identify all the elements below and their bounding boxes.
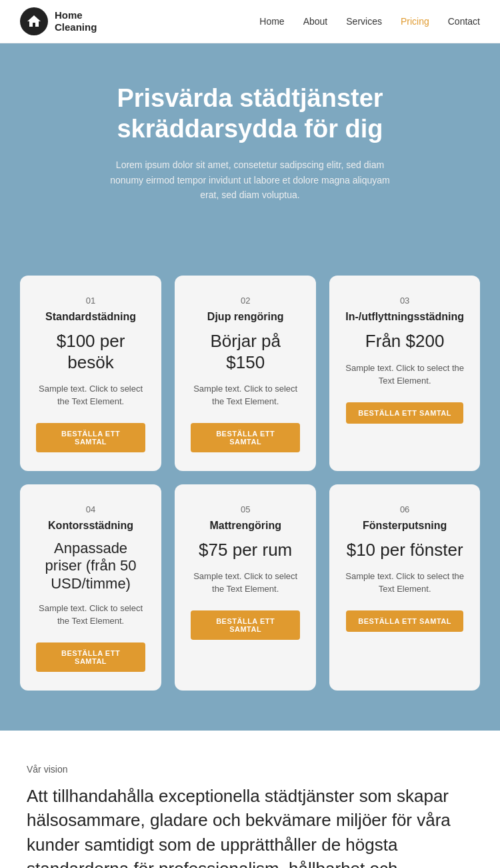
book-button[interactable]: BESTÄLLA ETT SAMTAL xyxy=(191,610,300,640)
pricing-card-3: 03 In-/utflyttningsstädning Från $200 Sa… xyxy=(329,276,480,470)
nav-about[interactable]: About xyxy=(303,16,328,27)
card-title: In-/utflyttningsstädning xyxy=(345,311,464,323)
card-number: 04 xyxy=(86,504,95,514)
nav-home[interactable]: Home xyxy=(259,16,284,27)
hero-section: Prisvärda städtjänster skräddarsydda för… xyxy=(0,43,500,256)
card-title: Fönsterputsning xyxy=(363,520,447,532)
vision-section: Vår vision Att tillhandahålla exceptione… xyxy=(0,731,500,868)
card-desc: Sample text. Click to select the Text El… xyxy=(191,570,300,596)
card-title: Standardstädning xyxy=(45,311,136,323)
nav-contact[interactable]: Contact xyxy=(448,16,480,27)
card-number: 03 xyxy=(400,296,409,306)
card-desc: Sample text. Click to select the Text El… xyxy=(36,602,145,628)
card-desc: Sample text. Click to select the Text El… xyxy=(36,382,145,408)
card-desc: Sample text. Click to select the Text El… xyxy=(191,382,300,408)
card-price: $10 per fönster xyxy=(347,540,463,560)
book-button[interactable]: BESTÄLLA ETT SAMTAL xyxy=(36,642,145,672)
pricing-card-5: 05 Mattrengöring $75 per rum Sample text… xyxy=(175,484,316,691)
pricing-card-1: 01 Standardstädning $100 per besök Sampl… xyxy=(20,276,161,470)
pricing-card-4: 04 Kontorsstädning Anpassade priser (frå… xyxy=(20,484,161,691)
pricing-card-2: 02 Djup rengöring Börjar på $150 Sample … xyxy=(175,276,316,470)
pricing-card-6: 06 Fönsterputsning $10 per fönster Sampl… xyxy=(329,484,480,691)
pricing-section: 01 Standardstädning $100 per besök Sampl… xyxy=(0,256,500,731)
card-price: Anpassade priser (från 50 USD/timme) xyxy=(36,540,145,592)
book-button[interactable]: BESTÄLLA ETT SAMTAL xyxy=(346,402,463,424)
card-title: Djup rengöring xyxy=(207,311,284,323)
card-price: Börjar på $150 xyxy=(191,331,300,372)
card-title: Mattrengöring xyxy=(209,520,281,532)
card-number: 01 xyxy=(86,296,95,306)
nav-services[interactable]: Services xyxy=(346,16,382,27)
vision-label: Vår vision xyxy=(27,764,473,775)
logo-icon xyxy=(20,7,48,35)
book-button[interactable]: BESTÄLLA ETT SAMTAL xyxy=(191,423,300,452)
card-price: Från $200 xyxy=(365,331,445,352)
card-number: 06 xyxy=(400,504,409,514)
nav-pricing[interactable]: Pricing xyxy=(401,16,429,27)
card-number: 05 xyxy=(241,504,250,514)
card-number: 02 xyxy=(241,296,250,306)
book-button[interactable]: BESTÄLLA ETT SAMTAL xyxy=(36,423,145,452)
logo: Home Cleaning xyxy=(20,7,97,35)
card-price: $75 per rum xyxy=(199,540,292,560)
hero-title: Prisvärda städtjänster skräddarsydda för… xyxy=(53,83,447,144)
book-button[interactable]: BESTÄLLA ETT SAMTAL xyxy=(346,610,463,632)
vision-text: Att tillhandahålla exceptionella städtjä… xyxy=(27,784,473,868)
card-desc: Sample text. Click to select the Text El… xyxy=(345,362,464,388)
navbar: Home Cleaning Home About Services Pricin… xyxy=(0,0,500,43)
pricing-grid: 01 Standardstädning $100 per besök Sampl… xyxy=(20,276,480,691)
hero-description: Lorem ipsum dolor sit amet, consetetur s… xyxy=(110,157,390,202)
card-desc: Sample text. Click to select the Text El… xyxy=(345,570,464,596)
logo-text: Home Cleaning xyxy=(55,9,97,33)
card-title: Kontorsstädning xyxy=(48,520,133,532)
nav-links: Home About Services Pricing Contact xyxy=(259,16,480,27)
card-price: $100 per besök xyxy=(36,331,145,372)
